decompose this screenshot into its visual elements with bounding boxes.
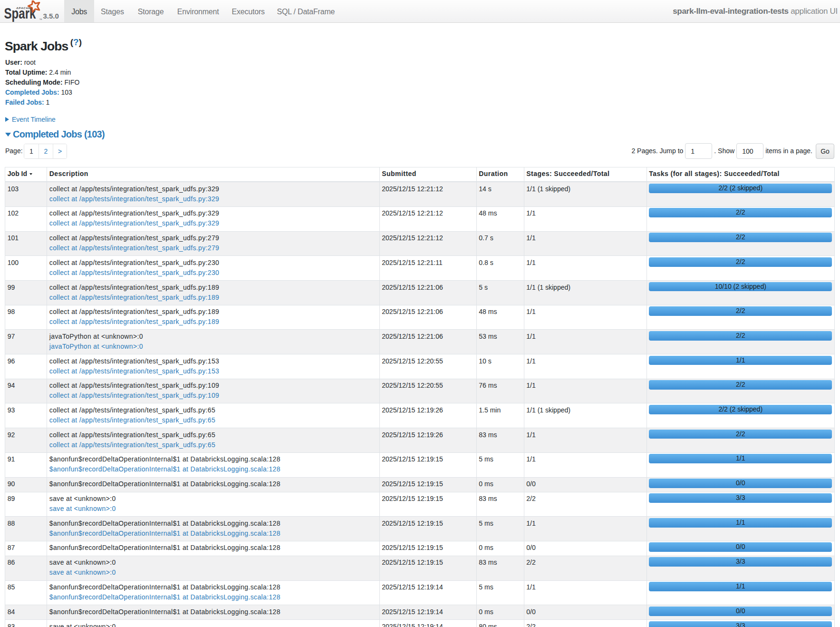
svg-text:TM: TM	[39, 19, 42, 20]
